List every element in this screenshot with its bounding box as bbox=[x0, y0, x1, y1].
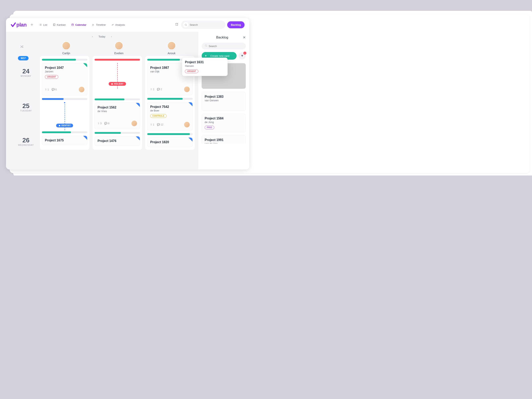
project-card[interactable]: Project 1675 bbox=[42, 136, 87, 145]
calendar-nav: ‹ Today › bbox=[6, 32, 198, 41]
card-title: Project 1383 bbox=[205, 95, 243, 99]
progress-bar bbox=[147, 133, 193, 135]
calendar-event[interactable]: DENTIST bbox=[42, 102, 87, 130]
project-card[interactable]: Project 1476 bbox=[95, 136, 140, 146]
view-timeline[interactable]: Timeline bbox=[90, 22, 108, 27]
fullscreen-button[interactable] bbox=[174, 22, 179, 28]
timeline-icon bbox=[92, 23, 95, 26]
card-title: Project 1584 bbox=[205, 117, 243, 120]
date-label: 26 WEDNESDAY bbox=[16, 137, 36, 146]
dragging-card[interactable]: Project 1631 Hansen URGENT bbox=[182, 58, 228, 76]
svg-rect-4 bbox=[111, 83, 113, 85]
card-title: Project 1820 bbox=[150, 140, 190, 144]
today-label[interactable]: Today bbox=[99, 35, 106, 38]
card-title: Project 1675 bbox=[45, 139, 84, 142]
view-analysis[interactable]: Analysis bbox=[109, 22, 127, 27]
card-subtitle: Hansen bbox=[185, 64, 225, 67]
week-badge: W17 bbox=[18, 56, 29, 60]
progress-bar bbox=[42, 98, 87, 100]
project-card[interactable]: Project 1562 de Vries ⇧ 3 💬 8 bbox=[95, 103, 140, 129]
list-icon bbox=[39, 23, 42, 26]
view-calendar[interactable]: Calendar bbox=[69, 22, 88, 27]
comments-count: 💬 6 bbox=[52, 88, 57, 91]
comments-count: 💬 12 bbox=[157, 123, 163, 126]
uploads-count: ⇧ 3 bbox=[98, 122, 101, 125]
project-card[interactable]: Project 1047 Janzen URGENT ⇧ 1 💬 6 bbox=[42, 63, 87, 95]
date-label: 25 TUESDAY bbox=[16, 103, 36, 112]
progress-bar bbox=[42, 131, 87, 133]
card-title: Project 1631 bbox=[185, 60, 225, 64]
prev-button[interactable]: ‹ bbox=[92, 35, 93, 38]
tag-prio: PRIO bbox=[205, 126, 214, 129]
assignee-avatar bbox=[79, 87, 84, 92]
expand-icon bbox=[175, 23, 178, 26]
filter-badge: 1 bbox=[243, 52, 246, 55]
progress-bar bbox=[95, 59, 140, 61]
avatar bbox=[114, 41, 123, 50]
backlog-search-input[interactable] bbox=[209, 45, 244, 48]
close-backlog-button[interactable]: ✕ bbox=[243, 35, 246, 40]
project-card[interactable]: Project 1820 bbox=[147, 137, 193, 147]
columns: Project 1047 Janzen URGENT ⇧ 1 💬 6 bbox=[40, 55, 198, 150]
backlog-card[interactable]: Project 1584 de Jong PRIO bbox=[202, 114, 246, 132]
search-icon bbox=[183, 22, 188, 27]
card-subtitle: Janzen bbox=[45, 70, 84, 73]
card-subtitle: de Boer bbox=[150, 109, 190, 112]
person-column: HOLIDAY Project 1562 de Vries bbox=[93, 56, 142, 150]
card-subtitle: de Vries bbox=[98, 110, 137, 113]
card-title: Project 1562 bbox=[98, 106, 137, 109]
view-list[interactable]: List bbox=[37, 22, 49, 27]
comments-count: 💬 8 bbox=[104, 122, 109, 125]
card-subtitle: van Gerwen bbox=[205, 99, 243, 102]
backlog-search[interactable] bbox=[202, 43, 246, 49]
tag-urgent: URGENT bbox=[45, 75, 58, 79]
event-pill: DENTIST bbox=[56, 124, 73, 127]
tag-controle: CONTROLE bbox=[150, 114, 167, 118]
backlog-card[interactable]: Project 1383 van Gerwen bbox=[202, 92, 246, 111]
progress-bar bbox=[147, 98, 193, 100]
project-card[interactable]: Project 7542 de Boer CONTROLE ⇧ 1 💬 12 bbox=[147, 102, 193, 131]
backlog-title: Backlog bbox=[216, 36, 228, 39]
calendar-event[interactable]: HOLIDAY bbox=[95, 63, 140, 88]
person-header[interactable]: Carlijn bbox=[40, 41, 93, 55]
progress-bar bbox=[95, 132, 140, 134]
logo: plan bbox=[11, 22, 26, 28]
filter-button[interactable]: 1 bbox=[239, 52, 246, 59]
assignee-avatar bbox=[184, 87, 190, 92]
filter-icon bbox=[241, 54, 244, 57]
person-header[interactable]: Anouk bbox=[145, 41, 198, 55]
avatar bbox=[167, 41, 176, 50]
calendar-area: ‹ Today › Carlijn Evelien bbox=[6, 32, 198, 169]
search-box[interactable] bbox=[181, 21, 225, 29]
date-label: 24 MONDAY bbox=[16, 68, 36, 77]
svg-point-2 bbox=[185, 24, 186, 25]
backlog-button[interactable]: Backlog bbox=[227, 21, 245, 28]
event-pill: HOLIDAY bbox=[109, 82, 126, 86]
svg-rect-3 bbox=[59, 125, 60, 126]
view-kanban[interactable]: Kanban bbox=[51, 22, 68, 27]
next-button[interactable]: › bbox=[111, 35, 112, 38]
person-header[interactable]: Evelien bbox=[93, 41, 145, 55]
logo-check-icon bbox=[11, 22, 16, 27]
date-rail: W17 24 MONDAY 25 TUESDAY 26 WEDNESDAY bbox=[6, 55, 40, 150]
calendar-icon bbox=[111, 83, 113, 85]
people-row: Carlijn Evelien Anouk bbox=[6, 41, 198, 55]
avatar bbox=[62, 41, 71, 50]
card-title: Project 7542 bbox=[150, 105, 190, 109]
shuffle-icon bbox=[20, 45, 24, 49]
calendar-icon bbox=[71, 23, 74, 26]
search-input[interactable] bbox=[190, 23, 223, 26]
svg-rect-0 bbox=[53, 24, 55, 25]
shuffle-button[interactable] bbox=[20, 45, 24, 49]
uploads-count: ⇧ 2 bbox=[150, 88, 154, 91]
search-icon bbox=[203, 44, 209, 48]
comments-count: 💬 2 bbox=[157, 88, 162, 91]
decorative-sheet bbox=[202, 143, 249, 169]
topbar: plan + List Kanban Calendar Time bbox=[6, 18, 249, 32]
add-button[interactable]: + bbox=[29, 22, 35, 27]
tag-urgent: URGENT bbox=[185, 69, 198, 73]
uploads-count: ⇧ 1 bbox=[45, 88, 49, 91]
kanban-icon bbox=[53, 23, 56, 26]
card-subtitle: de Jong bbox=[205, 121, 243, 124]
card-title: Project 1476 bbox=[98, 139, 137, 143]
